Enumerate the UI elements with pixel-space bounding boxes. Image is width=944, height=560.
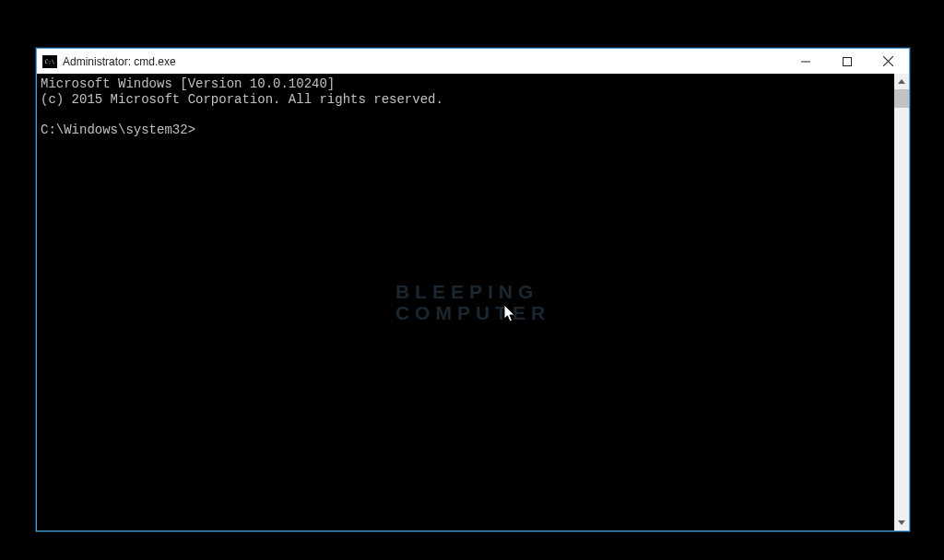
chevron-up-icon bbox=[898, 79, 905, 84]
console-line: Microsoft Windows [Version 10.0.10240] bbox=[41, 76, 335, 91]
console-body: Microsoft Windows [Version 10.0.10240] (… bbox=[37, 74, 909, 531]
window-title: Administrator: cmd.exe bbox=[63, 55, 785, 68]
scroll-track[interactable] bbox=[894, 89, 909, 515]
console-output[interactable]: Microsoft Windows [Version 10.0.10240] (… bbox=[37, 74, 894, 531]
maximize-button[interactable] bbox=[826, 49, 867, 74]
cmd-window: Administrator: cmd.exe Microsoft Windows bbox=[36, 48, 910, 531]
scroll-thumb[interactable] bbox=[894, 89, 909, 108]
window-controls bbox=[785, 49, 909, 74]
chevron-down-icon bbox=[898, 520, 905, 525]
console-line: (c) 2015 Microsoft Corporation. All righ… bbox=[41, 92, 443, 107]
scroll-down-button[interactable] bbox=[894, 515, 909, 531]
close-button[interactable] bbox=[867, 49, 909, 74]
scroll-up-button[interactable] bbox=[894, 74, 909, 89]
minimize-icon bbox=[801, 57, 810, 66]
console-prompt: C:\Windows\system32> bbox=[41, 122, 195, 137]
svg-rect-1 bbox=[843, 57, 851, 65]
cmd-icon bbox=[42, 55, 57, 68]
vertical-scrollbar[interactable] bbox=[894, 74, 909, 531]
maximize-icon bbox=[843, 57, 852, 66]
minimize-button[interactable] bbox=[785, 49, 826, 74]
close-icon bbox=[883, 56, 893, 66]
titlebar[interactable]: Administrator: cmd.exe bbox=[37, 49, 909, 74]
